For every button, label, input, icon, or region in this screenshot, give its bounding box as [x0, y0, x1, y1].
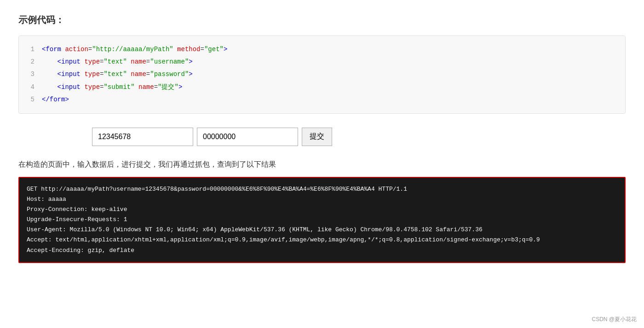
attr-method-value: "get" — [204, 46, 224, 53]
attr-action-name: action — [65, 46, 88, 53]
tag-input-2: <input — [58, 70, 85, 78]
http-line-4: Upgrade-Insecure-Requests: 1 — [27, 215, 617, 225]
demo-form: 提交 — [92, 128, 626, 146]
code-content-2: <input type="text" name="username"> — [42, 56, 193, 68]
code-content-1: <form action="http://aaaaa/myPath" metho… — [42, 44, 227, 55]
http-line-6: Accept: text/html,application/xhtml+xml,… — [27, 235, 617, 245]
username-input[interactable] — [92, 128, 193, 146]
tag-open-form: <form — [42, 46, 65, 53]
tag-input-1: <input — [58, 58, 85, 65]
code-content-3: <input type="text" name="password"> — [42, 69, 193, 80]
section-title: 示例代码： — [18, 14, 626, 26]
submit-button[interactable]: 提交 — [302, 128, 332, 146]
attr-name-2-value: "password" — [150, 70, 189, 78]
tag-close-form: </form> — [42, 96, 69, 103]
code-line-4: 4 <input type="submit" name="提交"> — [19, 81, 625, 94]
line-number-5: 5 — [19, 94, 42, 105]
code-line-5: 5 </form> — [19, 94, 625, 106]
http-line-1: GET http://aaaaa/myPath?username=1234567… — [27, 184, 617, 194]
line-number-3: 3 — [19, 69, 42, 80]
attr-action-value: "http://aaaaa/myPath" — [92, 46, 177, 53]
http-line-2: Host: aaaaa — [27, 194, 617, 205]
attr-type-2-name: type — [84, 70, 100, 78]
line-number-2: 2 — [19, 56, 42, 68]
http-line-5: User-Agent: Mozilla/5.0 (Windows NT 10.0… — [27, 225, 617, 235]
code-block: 1 <form action="http://aaaaa/myPath" met… — [18, 35, 626, 114]
tag-form-close-bracket: > — [224, 46, 227, 53]
code-line-1: 1 <form action="http://aaaaa/myPath" met… — [19, 43, 625, 56]
description-text: 在构造的页面中，输入数据后，进行提交，我们再通过抓包，查询到了以下结果 — [18, 160, 626, 170]
attr-name-1-name: name — [131, 58, 146, 65]
http-output-block: GET http://aaaaa/myPath?username=1234567… — [18, 177, 626, 263]
code-content-4: <input type="submit" name="提交"> — [42, 82, 182, 93]
attr-type-3-name: type — [84, 83, 100, 91]
attr-type-2-value: "text" — [104, 70, 131, 78]
attr-method-name: method — [177, 46, 200, 53]
line-number-1: 1 — [19, 44, 42, 55]
code-line-2: 2 <input type="text" name="username"> — [19, 56, 625, 68]
attr-name-1-value: "username" — [150, 58, 189, 65]
tag-input-2-close: > — [189, 70, 192, 78]
attr-type-1-name: type — [84, 58, 100, 65]
tag-input-1-close: > — [189, 58, 192, 65]
line-number-4: 4 — [19, 82, 42, 93]
attr-name-3-value: "提交" — [158, 83, 178, 91]
http-line-7: Accept-Encoding: gzip, deflate — [27, 246, 617, 256]
attr-name-3-name: name — [138, 83, 154, 91]
tag-input-3-close: > — [178, 83, 182, 91]
attr-type-1-value: "text" — [104, 58, 131, 65]
tag-input-3: <input — [58, 83, 85, 91]
attr-type-3-value: "submit" — [104, 83, 138, 91]
http-line-3: Proxy-Connection: keep-alive — [27, 205, 617, 215]
attr-name-2-name: name — [131, 70, 146, 78]
password-input[interactable] — [197, 128, 298, 146]
code-content-5: </form> — [42, 94, 69, 105]
code-line-3: 3 <input type="text" name="password"> — [19, 68, 625, 81]
